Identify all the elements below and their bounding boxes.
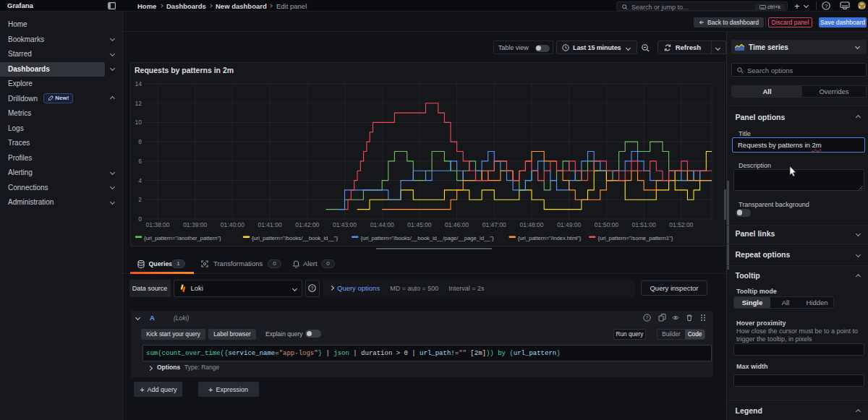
svg-text:4: 4 [138,177,142,184]
svg-text:01:51:00: 01:51:00 [632,221,656,228]
svg-text:{url_pattern="/some_pattern1"}: {url_pattern="/some_pattern1"} [598,235,673,241]
svg-text:01:49:00: 01:49:00 [557,221,581,228]
svg-text:01:39:00: 01:39:00 [183,221,207,228]
svg-text:01:44:00: 01:44:00 [370,221,394,228]
svg-text:01:42:00: 01:42:00 [295,221,319,228]
svg-text:01:47:00: 01:47:00 [482,221,506,228]
svg-text:{url_pattern="/another_pattern: {url_pattern="/another_pattern"} [144,235,221,241]
svg-text:10: 10 [135,119,142,126]
svg-text:01:50:00: 01:50:00 [595,221,618,228]
svg-text:{url_pattern="/books/__book_id: {url_pattern="/books/__book_id__/page/__… [361,235,495,241]
svg-text:01:52:00: 01:52:00 [669,221,693,228]
svg-text:?: ? [311,286,314,291]
svg-text:01:45:00: 01:45:00 [407,221,431,228]
svg-text:{url_pattern="/index.html"}: {url_pattern="/index.html"} [518,235,582,241]
svg-text:01:41:00: 01:41:00 [258,221,282,228]
svg-text:0: 0 [138,215,142,223]
svg-text:{url_pattern="/books/__book_id: {url_pattern="/books/__book_id__"} [252,235,338,241]
svg-text:01:46:00: 01:46:00 [445,221,469,228]
svg-text:01:40:00: 01:40:00 [221,221,244,228]
svg-text:6: 6 [138,158,142,165]
svg-text:2: 2 [138,196,142,203]
svg-text:01:38:00: 01:38:00 [145,221,169,228]
svg-text:01:43:00: 01:43:00 [333,221,357,228]
svg-text:?: ? [825,3,827,9]
svg-text:01:48:00: 01:48:00 [519,221,543,228]
svg-text:?: ? [646,315,649,320]
svg-text:12: 12 [135,100,142,107]
svg-text:14: 14 [135,80,142,87]
svg-text:8: 8 [138,138,142,145]
